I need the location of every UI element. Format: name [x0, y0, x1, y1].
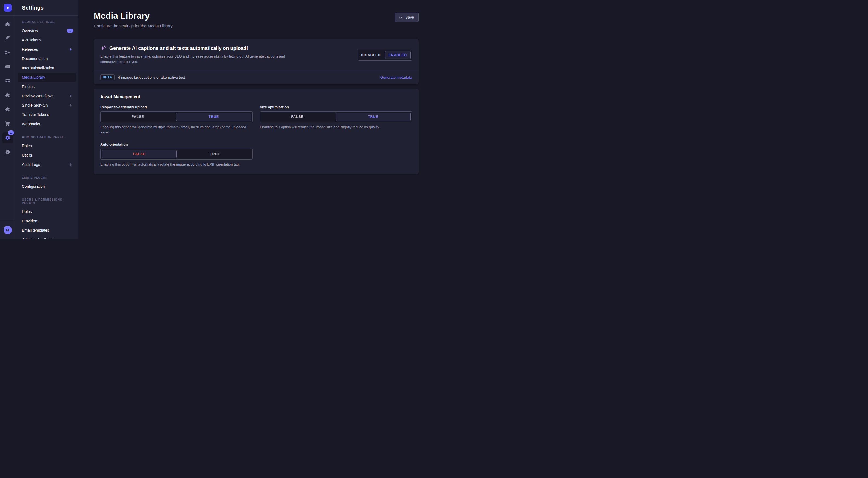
auto-orientation-toggle: FALSE TRUE [100, 149, 253, 159]
sidebar-item-label: Email templates [22, 228, 49, 232]
generate-metadata-link[interactable]: Generate metadata [380, 76, 412, 80]
save-button[interactable]: Save [395, 12, 418, 22]
rail-nav-content-type-builder[interactable] [2, 76, 13, 86]
subnav-header: Settings [16, 0, 78, 16]
field-hint: Enabling this option will reduce the ima… [260, 125, 412, 130]
rail-nav-marketplace[interactable] [2, 118, 13, 129]
sidebar-item-label: API Tokens [22, 38, 41, 42]
sidebar-item-label: Documentation [22, 56, 48, 61]
page-header: Media Library Configure the settings for… [94, 0, 418, 28]
lightning-icon [69, 103, 72, 107]
sparkle-icon [100, 45, 106, 51]
sidebar-item-email-templates[interactable]: Email templates [16, 226, 78, 235]
field-hint: Enabling this option will generate multi… [100, 125, 253, 135]
rail-nav-plugin-1[interactable] [2, 90, 13, 100]
sidebar-item-label: Audit Logs [22, 162, 40, 167]
strapi-glyph-icon [5, 5, 10, 10]
sidebar-item-review-workflows[interactable]: Review Workflows [16, 91, 78, 100]
sidebar-item-users[interactable]: Users [16, 150, 78, 160]
sidebar-item-up-roles[interactable]: Roles [16, 207, 78, 216]
sidebar-item-overview[interactable]: Overview 1 [16, 26, 78, 35]
sidebar-item-admin-roles[interactable]: Roles [16, 141, 78, 150]
banner-title: Generate AI captions and alt texts autom… [109, 46, 248, 51]
toggle-option-disabled[interactable]: DISABLED [358, 50, 383, 60]
toggle-option-true[interactable]: TRUE [178, 149, 252, 159]
sidebar-item-label: Webhooks [22, 122, 40, 126]
toggle-option-true[interactable]: TRUE [176, 113, 251, 121]
sidebar-item-label: Plugins [22, 84, 34, 89]
sidebar-item-webhooks[interactable]: Webhooks [16, 119, 78, 128]
strapi-logo-icon[interactable] [4, 4, 11, 11]
rail-nav-plugin-2[interactable] [2, 104, 13, 115]
ai-caption-banner: Generate AI captions and alt texts autom… [94, 39, 418, 84]
check-icon [399, 16, 403, 19]
banner-top: Generate AI captions and alt texts autom… [94, 39, 418, 70]
sidebar-item-audit-logs[interactable]: Audit Logs [16, 160, 78, 169]
sidebar-item-label: Releases [22, 47, 38, 52]
responsive-upload-toggle: FALSE TRUE [100, 111, 253, 122]
layout-icon [5, 78, 10, 84]
toggle-option-false[interactable]: FALSE [102, 150, 177, 158]
section-label: Users & Permissions plugin [16, 194, 78, 207]
rail-nav-deploy[interactable] [2, 47, 13, 58]
section-label: Global settings [16, 16, 78, 26]
toggle-option-false[interactable]: FALSE [260, 112, 335, 122]
sidebar-item-label: Advanced settings [22, 237, 53, 239]
sidebar-item-label: Single Sign-On [22, 103, 48, 108]
sidebar-item-label: Providers [22, 219, 38, 223]
beta-badge: BETA [100, 74, 115, 80]
sidebar-item-email-configuration[interactable]: Configuration [16, 182, 78, 191]
sidebar-item-documentation[interactable]: Documentation [16, 54, 78, 63]
subnav-section-admin-panel: Administration panel Roles Users Audit L… [16, 131, 78, 169]
logo-cell [0, 0, 15, 16]
asset-management-title: Asset Management [100, 95, 412, 99]
rail-nav-media-library[interactable] [2, 61, 13, 72]
toggle-option-enabled[interactable]: ENABLED [385, 51, 411, 59]
field-hint: Enabling this option will automatically … [100, 162, 253, 167]
banner-text: Generate AI captions and alt texts autom… [100, 45, 298, 65]
sidebar-item-transfer-tokens[interactable]: Transfer Tokens [16, 110, 78, 119]
size-optimization-toggle: FALSE TRUE [260, 111, 412, 122]
sidebar-item-single-sign-on[interactable]: Single Sign-On [16, 100, 78, 110]
feather-icon [5, 36, 10, 41]
sidebar-item-advanced-settings[interactable]: Advanced settings [16, 235, 78, 239]
field-size-optimization: Size optimization FALSE TRUE Enabling th… [260, 105, 412, 135]
sidebar-item-label: Users [22, 153, 32, 157]
field-auto-orientation: Auto orientation FALSE TRUE Enabling thi… [100, 142, 253, 167]
rail-nav-home[interactable] [2, 18, 13, 29]
subnav-section-global: Global settings Overview 1 API Tokens Re… [16, 16, 78, 128]
rail-nav-content-manager[interactable] [2, 33, 13, 43]
ai-caption-toggle: DISABLED ENABLED [358, 50, 412, 61]
sidebar-item-label: Roles [22, 144, 32, 148]
paper-plane-icon [5, 50, 10, 55]
rail-footer: M [0, 221, 15, 239]
notification-badge: 1 [67, 29, 73, 33]
field-label: Responsive friendly upload [100, 105, 253, 109]
toggle-option-false[interactable]: FALSE [100, 112, 175, 122]
puzzle-icon [5, 107, 10, 112]
page-subtitle: Configure the settings for the Media Lib… [94, 24, 173, 28]
banner-footer: BETA 4 images lack captions or alternati… [94, 70, 418, 84]
field-label: Auto orientation [100, 142, 253, 146]
subnav-title: Settings [22, 5, 43, 11]
lightning-icon [69, 162, 72, 167]
sidebar-item-label: Transfer Tokens [22, 112, 49, 117]
section-label: Administration panel [16, 131, 78, 141]
sidebar-item-plugins[interactable]: Plugins [16, 82, 78, 91]
sidebar-item-releases[interactable]: Releases [16, 45, 78, 54]
rail-icon-list: 1 [2, 18, 13, 161]
sidebar-item-internationalization[interactable]: Internationalization [16, 63, 78, 72]
sidebar-item-providers[interactable]: Providers [16, 216, 78, 226]
settings-subnav: Settings Global settings Overview 1 API … [16, 0, 79, 239]
missing-captions-status: 4 images lack captions or alternative te… [118, 76, 185, 80]
rail-nav-help[interactable] [2, 147, 13, 158]
user-avatar[interactable]: M [4, 226, 12, 234]
sidebar-item-label: Overview [22, 29, 38, 33]
field-label: Size optimization [260, 105, 412, 109]
sidebar-item-api-tokens[interactable]: API Tokens [16, 35, 78, 45]
toggle-option-true[interactable]: TRUE [336, 113, 411, 121]
sidebar-item-media-library[interactable]: Media Library [18, 72, 76, 82]
settings-notification-badge: 1 [8, 130, 14, 135]
rail-nav-settings[interactable]: 1 [2, 132, 13, 143]
save-button-label: Save [405, 15, 414, 20]
